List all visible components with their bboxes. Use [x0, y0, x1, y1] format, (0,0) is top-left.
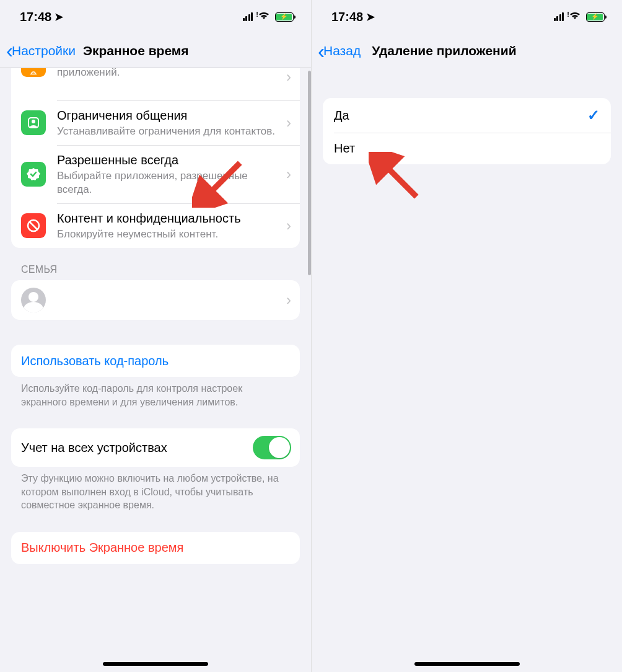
chevron-right-icon: ›	[286, 217, 291, 234]
option-allow[interactable]: Да ✓	[323, 98, 611, 133]
section-header-family: СЕМЬЯ	[0, 248, 311, 280]
hourglass-icon	[21, 68, 46, 77]
nav-bar: ‹ Назад Удаление приложений	[312, 33, 622, 68]
passcode-note: Используйте код-пароль для контроля наст…	[0, 377, 311, 409]
check-badge-icon	[21, 162, 46, 187]
row-use-passcode[interactable]: Использовать код-пароль	[11, 345, 300, 377]
row-sub: Устанавливайте ограничения для контактов…	[57, 125, 281, 138]
avatar-icon	[21, 288, 46, 312]
row-title: Контент и конфиденциальность	[57, 211, 281, 226]
devices-note: Эту функцию можно включить на любом устр…	[0, 467, 311, 512]
page-title: Удаление приложений	[372, 43, 516, 58]
svg-line-3	[30, 222, 37, 229]
row-turn-off-screen-time[interactable]: Выключить Экранное время	[11, 532, 300, 564]
turn-off-group: Выключить Экранное время	[11, 532, 300, 564]
chevron-right-icon: ›	[286, 291, 291, 309]
row-sub-cut2: приложений.	[57, 68, 120, 78]
link-label: Использовать код-пароль	[21, 354, 169, 368]
status-bar: 17:48 ➤ ! ⚡	[312, 0, 622, 33]
options-group: Да ✓ Нет	[323, 98, 611, 164]
wifi-icon	[569, 11, 581, 22]
status-time: 17:48	[331, 10, 363, 24]
home-indicator[interactable]	[414, 662, 520, 666]
restrictions-group: Лимитируйте время для приложений. › Огра…	[11, 68, 300, 248]
status-time: 17:48	[20, 10, 51, 24]
battery-icon: ⚡	[586, 12, 605, 22]
danger-label: Выключить Экранное время	[21, 541, 183, 555]
no-entry-icon	[21, 213, 46, 238]
devices-group: Учет на всех устройствах	[11, 428, 300, 467]
wifi-icon	[258, 11, 270, 22]
chevron-right-icon: ›	[286, 68, 291, 86]
toggle-switch[interactable]	[253, 436, 291, 459]
cellular-signal-icon: !	[243, 12, 253, 21]
row-app-limits[interactable]: Лимитируйте время для приложений. ›	[11, 68, 300, 100]
passcode-group: Использовать код-пароль	[11, 345, 300, 377]
location-icon: ➤	[366, 11, 375, 24]
back-button[interactable]: ‹ Настройки	[6, 40, 76, 61]
chevron-right-icon: ›	[286, 114, 291, 131]
home-indicator[interactable]	[103, 662, 208, 666]
checkmark-icon: ✓	[587, 107, 600, 124]
cellular-signal-icon: !	[554, 12, 564, 21]
option-label: Нет	[334, 141, 355, 156]
svg-point-1	[32, 120, 35, 123]
row-title: Разрешенные всегда	[57, 153, 281, 168]
chevron-right-icon: ›	[286, 166, 291, 183]
row-content-privacy[interactable]: Контент и конфиденциальность Блокируйте …	[11, 203, 300, 248]
row-share-across-devices[interactable]: Учет на всех устройствах	[11, 428, 300, 467]
family-group: ›	[11, 280, 300, 320]
phone-deleting-apps: 17:48 ➤ ! ⚡ ‹ Назад Удаление приложений …	[311, 0, 622, 672]
status-bar: 17:48 ➤ ! ⚡	[0, 0, 311, 33]
option-label: Да	[334, 108, 349, 123]
nav-bar: ‹ Настройки Экранное время	[0, 33, 311, 68]
option-dont-allow[interactable]: Нет	[323, 133, 611, 164]
location-icon: ➤	[55, 11, 63, 24]
back-button[interactable]: ‹ Назад	[318, 41, 361, 61]
page-title: Экранное время	[83, 43, 189, 58]
row-title: Ограничения общения	[57, 108, 281, 123]
battery-icon: ⚡	[275, 12, 294, 22]
row-sub: Блокируйте неуместный контент.	[57, 228, 281, 241]
scroll-area[interactable]: Лимитируйте время для приложений. › Огра…	[0, 68, 311, 672]
phone-screen-time: 17:48 ➤ ! ⚡ ‹ Настройки Экранное время	[0, 0, 311, 672]
row-always-allowed[interactable]: Разрешенные всегда Выбирайте приложения,…	[11, 145, 300, 203]
back-label: Настройки	[12, 43, 76, 58]
row-communication-limits[interactable]: Ограничения общения Устанавливайте огран…	[11, 100, 300, 145]
back-label: Назад	[323, 43, 361, 58]
contact-icon	[21, 110, 46, 135]
row-label: Учет на всех устройствах	[21, 440, 248, 456]
row-sub: Выбирайте приложения, разрешенные всегда…	[57, 169, 281, 196]
row-family-member[interactable]: ›	[11, 280, 300, 320]
